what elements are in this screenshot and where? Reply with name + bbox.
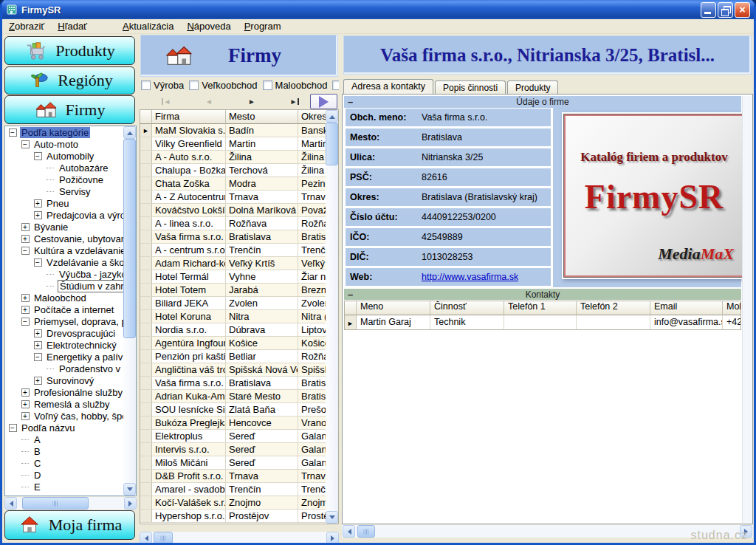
tree-item[interactable]: Automobily [5, 150, 123, 162]
column-header-firma[interactable]: Firma [152, 110, 226, 124]
firms-scroll-thumb[interactable] [326, 123, 338, 165]
column-header-meno[interactable]: Meno [357, 301, 430, 315]
firm-row[interactable]: Adam Richard-kovov Veľký Krtíš Veľký K [140, 257, 338, 270]
collapse-icon[interactable]: – [348, 96, 353, 107]
record-nav-button[interactable] [150, 95, 182, 109]
my-firm-button[interactable]: Moja firma [4, 510, 135, 540]
sidebar-button-firmy[interactable]: Firmy [4, 95, 135, 124]
tree-expander-icon[interactable] [21, 471, 30, 479]
firms-hscroll-thumb[interactable] [154, 532, 173, 544]
tree-expander-icon[interactable] [21, 235, 30, 243]
scroll-up-button[interactable] [326, 110, 338, 123]
sidebar-button-regiony[interactable]: Regióny [4, 66, 135, 95]
scroll-right-button[interactable] [326, 532, 339, 544]
firms-horizontal-scrollbar[interactable] [140, 532, 339, 544]
tree-expander-icon[interactable] [34, 353, 42, 361]
tree-item[interactable]: Podľa kategórie [5, 126, 123, 138]
firm-row[interactable]: Hotel Termál Vyhne Žiar na [140, 270, 338, 284]
firm-row[interactable]: A - Auto s.r.o. Žilina Žilina (Ž [140, 151, 338, 164]
menu-item[interactable]: Nápoveda [180, 19, 237, 33]
run-filter-button[interactable] [310, 94, 337, 109]
tree-item[interactable]: Kultúra a vzdelávanie [5, 244, 123, 256]
record-nav-button[interactable] [236, 95, 268, 109]
tree-expander-icon[interactable] [47, 188, 55, 196]
detail-tab[interactable]: Popis činnosti [435, 80, 506, 95]
detail-tab[interactable]: Produkty [507, 80, 558, 95]
scroll-up-button[interactable] [123, 126, 136, 139]
column-header-mob[interactable]: Mob [723, 301, 741, 315]
tree-item[interactable]: Podľa názvu [5, 422, 123, 433]
tree-expander-icon[interactable] [21, 306, 30, 314]
tree-item[interactable]: A [5, 433, 123, 445]
restore-button[interactable] [718, 2, 733, 18]
menu-item[interactable]: Zobraziť [2, 19, 51, 33]
firm-row[interactable]: Kováčstvo Lokšík Dolná Maríková Považs [140, 204, 338, 217]
tree-expander-icon[interactable] [47, 270, 55, 278]
firm-row[interactable]: Intervis s.r.o. Sereď Galant [140, 443, 338, 456]
column-header-mesto[interactable]: Mesto [226, 110, 298, 124]
tree-item[interactable]: F [5, 493, 123, 496]
column-header-telefon1[interactable]: Telefón 1 [504, 301, 577, 315]
tree-expander-icon[interactable] [9, 424, 17, 432]
detail-hscroll-thumb[interactable] [357, 525, 375, 538]
firm-row[interactable]: Amarel - svadobný sa Trenčín Trenčín [140, 483, 338, 496]
firm-row[interactable]: Agentúra Ingfour Košice Košice [140, 337, 338, 350]
detail-tab[interactable]: Adresa a kontakty [343, 79, 433, 95]
tree-expander-icon[interactable] [21, 223, 30, 231]
tree-item[interactable]: Surovinový [5, 374, 123, 386]
scroll-left-button[interactable] [343, 525, 355, 538]
tree-item[interactable]: Drevospracujúci [5, 327, 123, 339]
tree-expander-icon[interactable] [21, 436, 30, 444]
filter-checkbox[interactable]: Veľkoobchod [189, 80, 257, 91]
filter-checkbox[interactable]: Maloobchod [263, 80, 328, 91]
checkbox-icon[interactable] [263, 80, 272, 90]
sidebar-button-produkty[interactable]: Produkty [4, 36, 135, 65]
tree-item[interactable]: Predajcovia a výrobc [5, 209, 123, 221]
firm-row[interactable]: Hotel Koruna Nitra Nitra (N [140, 310, 338, 323]
firm-row[interactable]: Penzión pri kaštieli B Betliar Rožňav [140, 350, 338, 363]
firm-row[interactable]: Kočí-Valášek s.r.o. Znojmo Znojmo [140, 496, 338, 510]
scroll-down-button[interactable] [123, 483, 136, 496]
firm-row[interactable]: D&B Profit s.r.o. Trnava Trnava [140, 470, 338, 483]
tree-expander-icon[interactable] [34, 341, 42, 349]
firm-row[interactable]: Miloš Mičáni Sereď Galant [140, 456, 338, 470]
tree-item[interactable]: Autobazáre [5, 162, 123, 174]
firm-row[interactable]: Bukóza Preglejka a.s Hencovce Vranov [140, 417, 338, 430]
filter-checkbox[interactable]: Výroba [141, 80, 184, 91]
tree-expander-icon[interactable] [47, 282, 55, 290]
detail-vertical-scrollbar[interactable] [742, 96, 752, 523]
record-nav-button[interactable] [193, 95, 225, 109]
tree-item[interactable]: Voľný čas, hobby, šport [5, 410, 123, 422]
close-button[interactable]: × [735, 2, 750, 18]
minimize-button[interactable] [701, 2, 716, 18]
tree-expander-icon[interactable] [21, 412, 30, 420]
scroll-left-button[interactable] [4, 497, 17, 510]
tree-item[interactable]: Priemysel, doprava, poľn [5, 315, 123, 327]
menu-item[interactable]: Aktualizácia [116, 19, 180, 33]
tree-item[interactable]: Servisy [5, 185, 123, 197]
checkbox-icon[interactable] [141, 80, 151, 90]
tree-expander-icon[interactable] [34, 211, 42, 219]
tree-expander-icon[interactable] [21, 140, 30, 148]
tree-scroll-thumb[interactable] [123, 139, 136, 338]
tree-item[interactable]: Energetiky a palív [5, 351, 123, 363]
tree-expander-icon[interactable] [21, 318, 30, 326]
tree-item[interactable]: Elektrotechnický [5, 339, 123, 351]
firm-row[interactable]: MaM Slovakia s.r.o. Badín Banská [140, 124, 338, 137]
tree-item[interactable]: Požičovne [5, 174, 123, 185]
tree-expander-icon[interactable] [21, 388, 30, 397]
firms-vertical-scrollbar[interactable] [326, 110, 338, 524]
tree-item[interactable]: Vzdelávanie a školy [5, 256, 123, 268]
column-header-email[interactable]: Email [650, 301, 723, 315]
tree-item[interactable]: Auto-moto [5, 138, 123, 150]
tree-expander-icon[interactable] [47, 164, 55, 172]
tree-item[interactable]: Remeslá a služby [5, 398, 123, 410]
tree-item[interactable]: Bývanie [5, 221, 123, 233]
collapse-icon[interactable]: – [348, 289, 353, 300]
scroll-left-button[interactable] [140, 532, 152, 544]
firm-row[interactable]: A - Z Autocentrum s.r Trnava Trnava [140, 191, 338, 204]
tree-item[interactable]: Cestovanie, ubytovanie, p [5, 233, 123, 244]
firm-row[interactable]: SOU lesnícke Sigord Zlatá Baňa Prešov [140, 403, 338, 417]
tree-expander-icon[interactable] [21, 495, 30, 496]
firm-row[interactable]: Angličtina váš tromf Spišská Nová Ves Sp… [140, 363, 338, 377]
